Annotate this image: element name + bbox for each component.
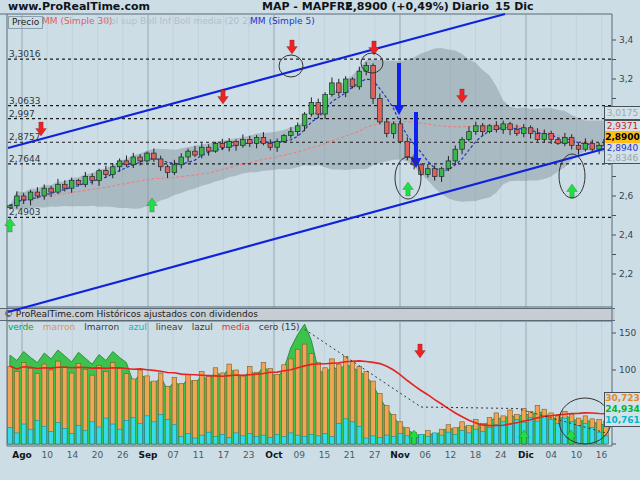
indicator-legend-item[interactable]: azul: [128, 322, 146, 332]
indicator-legend[interactable]: verdemarronlmarronazullineavlazulmediace…: [8, 322, 309, 333]
prorealtime-window: www.ProRealTime.com MAP - MAPFRE 2,8900 …: [0, 0, 640, 480]
indicator-tag-verde: 24,934: [605, 404, 640, 415]
x-axis-label: 18: [463, 450, 489, 461]
svg-text:3,0633: 3,0633: [9, 96, 41, 106]
x-axis-label: 16: [589, 450, 615, 461]
svg-text:100: 100: [619, 365, 636, 375]
price-tag-bollinger-sup: 3,0175: [604, 106, 640, 120]
indicator-legend-item[interactable]: media: [222, 322, 250, 332]
price-axis-title: Precio: [8, 16, 43, 29]
legend-bollinger[interactable]: Bol sup Boll Inf Boll media (20 2): [104, 16, 251, 27]
x-axis-label: 20: [85, 450, 111, 461]
x-axis-label: 23: [236, 450, 262, 461]
x-axis-label: 09: [286, 450, 312, 461]
svg-text:2,2: 2,2: [619, 269, 633, 279]
indicator-legend-item[interactable]: lmarron: [84, 322, 119, 332]
svg-text:2,997: 2,997: [9, 109, 35, 119]
x-axis-label: Nov: [387, 450, 413, 461]
x-axis-label: 07: [160, 450, 186, 461]
svg-text:2,6: 2,6: [619, 191, 634, 201]
x-axis-label: 26: [110, 450, 136, 461]
chart-canvas[interactable]: 3,30163,06332,9972,87572,76442,49033,43,…: [0, 0, 640, 480]
x-axis-label: 24: [488, 450, 514, 461]
svg-text:3,2: 3,2: [619, 74, 633, 84]
x-axis: Ago10142026Sep07111723Oct09152127Nov0612…: [0, 450, 640, 462]
x-axis-label: 15: [311, 450, 337, 461]
indicator-tag-cluster: 30,723 24,934 10,761: [604, 392, 640, 427]
x-axis-label: 14: [59, 450, 85, 461]
main-chart-legend: Precio MM (Simple 30) Bol sup Boll Inf B…: [0, 16, 612, 28]
svg-text:3,4: 3,4: [619, 35, 634, 45]
svg-text:150: 150: [619, 328, 636, 338]
indicator-tag-naranja: 30,723: [605, 393, 640, 404]
x-axis-label: 17: [211, 450, 237, 461]
price-tag-cluster: 2,9371 2,8900 2,8940 2,8346: [604, 120, 640, 164]
indicator-legend-item[interactable]: lazul: [192, 322, 213, 332]
x-axis-label: 04: [538, 450, 564, 461]
x-axis-label: 11: [185, 450, 211, 461]
price-tag-mm30: 2,9371: [605, 121, 640, 131]
svg-text:2,7644: 2,7644: [9, 154, 41, 164]
x-axis-label: 06: [412, 450, 438, 461]
price-tag-bollinger-inf: 2,8346: [605, 153, 640, 163]
svg-text:2,4: 2,4: [619, 230, 634, 240]
indicator-tag-azul: 10,761: [605, 415, 640, 426]
legend-mm30[interactable]: MM (Simple 30): [42, 16, 112, 27]
x-axis-label: 21: [337, 450, 363, 461]
x-axis-label: 27: [362, 450, 388, 461]
x-axis-label: 10: [34, 450, 60, 461]
x-axis-label: Oct: [261, 450, 287, 461]
indicator-legend-item[interactable]: marron: [43, 322, 76, 332]
x-axis-label: Dic: [513, 450, 539, 461]
x-axis-label: 12: [437, 450, 463, 461]
svg-text:2,4903: 2,4903: [9, 207, 41, 217]
indicator-legend-item[interactable]: verde: [8, 322, 34, 332]
svg-text:3,3016: 3,3016: [9, 49, 41, 59]
indicator-legend-item[interactable]: cero (15): [259, 322, 300, 332]
x-axis-label: 10: [563, 450, 589, 461]
x-axis-label: Ago: [9, 450, 35, 461]
price-tag-mm5: 2,8940: [605, 143, 640, 153]
price-tag-last: 2,8900: [605, 131, 640, 143]
legend-mm5[interactable]: MM (Simple 5): [250, 16, 315, 27]
indicator-legend-item[interactable]: lineav: [156, 322, 183, 332]
x-axis-label: Sep: [135, 450, 161, 461]
